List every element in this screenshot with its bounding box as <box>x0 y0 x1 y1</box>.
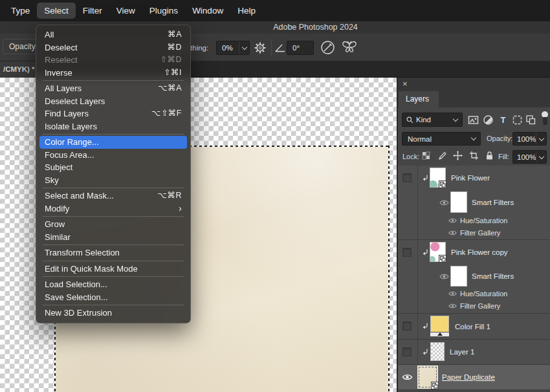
menu-separator <box>43 80 184 81</box>
lock-transparency-icon[interactable] <box>421 151 431 160</box>
lock-label: Lock: <box>402 153 419 160</box>
menu-item-color-range[interactable]: Color Range... <box>39 136 187 149</box>
close-icon[interactable]: × <box>402 79 408 89</box>
eye-icon[interactable] <box>439 273 449 280</box>
layer-row-paper-duplicate[interactable]: Paper Duplicate <box>398 365 550 389</box>
adjustment-layer-filter-icon[interactable] <box>483 114 494 125</box>
menu-item-inverse[interactable]: Inverse⇧⌘I <box>36 67 190 80</box>
menu-separator <box>43 245 184 245</box>
menu-separator <box>43 305 184 305</box>
menu-separator <box>43 216 184 217</box>
menu-item-reselect: Reselect⇧⌘D <box>36 54 190 67</box>
smart-filter-mask-thumbnail[interactable] <box>450 266 467 287</box>
menu-separator <box>43 276 184 277</box>
menu-view[interactable]: View <box>109 3 142 19</box>
chevron-down-icon <box>453 116 458 121</box>
menu-separator <box>43 134 184 135</box>
menu-item-grow[interactable]: Grow <box>36 218 190 231</box>
menu-help[interactable]: Help <box>230 3 263 19</box>
smart-object-badge-icon <box>439 180 446 188</box>
menu-item-select-and-mask[interactable]: Select and Mask...⌥⌘R <box>36 190 190 202</box>
chevron-down-icon <box>239 41 249 54</box>
menu-item-subject[interactable]: Subject <box>36 161 190 174</box>
layer-row-filter-gallery[interactable]: Filter Gallery <box>398 227 550 239</box>
layer-row-pink-flower[interactable]: Pink Flower <box>398 166 550 190</box>
menu-item-save-selection[interactable]: Save Selection... <box>36 291 190 304</box>
lock-position-icon[interactable] <box>453 151 463 160</box>
lock-all-icon[interactable] <box>485 151 494 160</box>
smoothing-dropdown[interactable]: 0% <box>216 41 250 55</box>
menu-item-isolate-layers[interactable]: Isolate Layers <box>36 120 190 133</box>
menu-item-transform-selection[interactable]: Transform Selection <box>36 246 190 259</box>
fill-slider-strip <box>430 332 449 336</box>
smart-filter-mask-thumbnail[interactable] <box>450 191 467 213</box>
blend-mode-dropdown[interactable]: Normal <box>402 132 481 146</box>
menu-item-modify[interactable]: Modify› <box>36 202 190 215</box>
menu-window[interactable]: Window <box>185 3 230 19</box>
layer-row-layer-1[interactable]: Layer 1 <box>398 340 550 364</box>
visibility-toggle[interactable] <box>402 248 412 257</box>
menu-select[interactable]: Select <box>37 3 76 19</box>
menu-item-all-layers[interactable]: All Layers⌥⌘A <box>36 82 190 95</box>
eye-icon[interactable] <box>448 217 457 224</box>
tab-layers[interactable]: Layers <box>399 91 439 107</box>
eye-icon[interactable] <box>402 373 413 381</box>
menu-plugins[interactable]: Plugins <box>142 3 185 19</box>
lock-paint-brush-icon[interactable] <box>437 151 447 160</box>
menu-item-load-selection[interactable]: Load Selection... <box>36 278 190 291</box>
fill-dropdown[interactable]: 100% <box>512 150 547 164</box>
angle-icon <box>275 43 285 52</box>
fill-label: Fill: <box>498 153 509 160</box>
shape-layer-filter-icon[interactable] <box>512 114 523 125</box>
layer-thumbnail[interactable] <box>417 365 438 389</box>
layer-row-hue-saturation[interactable]: Hue/Saturation <box>398 288 550 300</box>
menu-item-sky[interactable]: Sky <box>36 174 190 187</box>
visibility-toggle[interactable] <box>402 173 412 182</box>
eye-icon[interactable] <box>439 199 449 206</box>
eye-icon[interactable] <box>448 303 457 309</box>
select-menu: All⌘A Deselect⌘D Reselect⇧⌘D Inverse⇧⌘I … <box>36 25 191 323</box>
type-layer-filter-icon[interactable]: T <box>498 114 509 125</box>
panel-tab-row: Layers <box>398 91 550 107</box>
filter-toggle-switch[interactable] <box>541 111 549 125</box>
menu-item-new-3d-extrusion[interactable]: New 3D Extrusion <box>36 307 190 320</box>
visibility-toggle[interactable] <box>402 321 412 331</box>
layer-row-smart-filters[interactable]: Smart Filters <box>398 265 550 288</box>
eye-icon[interactable] <box>448 230 457 236</box>
selection-marching-ants-right <box>388 146 390 392</box>
angle-input[interactable]: 0° <box>287 41 314 55</box>
gear-icon[interactable] <box>254 41 267 54</box>
visibility-toggle[interactable] <box>402 347 412 356</box>
menu-item-deselect[interactable]: Deselect⌘D <box>36 41 190 54</box>
layer-thumbnail[interactable] <box>430 168 446 188</box>
layer-thumbnail[interactable] <box>430 342 445 361</box>
pixel-layer-filter-icon[interactable] <box>468 114 479 125</box>
eye-icon[interactable] <box>448 290 457 297</box>
brush-pressure-icon[interactable] <box>320 39 336 56</box>
symmetry-butterfly-icon[interactable] <box>341 39 358 56</box>
layer-row-pink-flower-copy[interactable]: Pink Flower copy <box>398 240 550 265</box>
menu-item-all[interactable]: All⌘A <box>36 28 190 41</box>
lock-artboard-icon[interactable] <box>469 151 479 160</box>
menu-item-deselect-layers[interactable]: Deselect Layers <box>36 95 190 108</box>
layer-row-filter-gallery[interactable]: Filter Gallery <box>398 300 550 312</box>
smart-object-badge-icon <box>439 255 446 263</box>
filter-kind-dropdown[interactable]: Kind <box>402 113 463 127</box>
menu-separator <box>43 188 184 188</box>
chevron-down-icon <box>536 151 546 163</box>
clip-arrow-icon <box>422 349 429 356</box>
menu-filter[interactable]: Filter <box>76 3 109 19</box>
menu-type[interactable]: Type <box>4 3 37 19</box>
submenu-arrow-icon: › <box>179 202 182 214</box>
menu-item-similar[interactable]: Similar <box>36 231 190 244</box>
opacity-dropdown[interactable]: 100% <box>512 132 547 146</box>
layer-row-hue-saturation[interactable]: Hue/Saturation <box>398 215 550 227</box>
layer-thumbnail[interactable] <box>430 242 446 262</box>
smart-object-filter-icon[interactable] <box>525 114 536 125</box>
layer-row-smart-filters[interactable]: Smart Filters <box>398 190 550 215</box>
layer-row-color-fill-1[interactable]: Color Fill 1 <box>398 314 550 339</box>
menu-item-edit-quick-mask[interactable]: Edit in Quick Mask Mode <box>36 263 190 276</box>
menu-item-focus-area[interactable]: Focus Area... <box>36 149 190 162</box>
fill-layer-thumbnail[interactable] <box>430 316 449 336</box>
menu-item-find-layers[interactable]: Find Layers⌥⇧⌘F <box>36 107 190 120</box>
